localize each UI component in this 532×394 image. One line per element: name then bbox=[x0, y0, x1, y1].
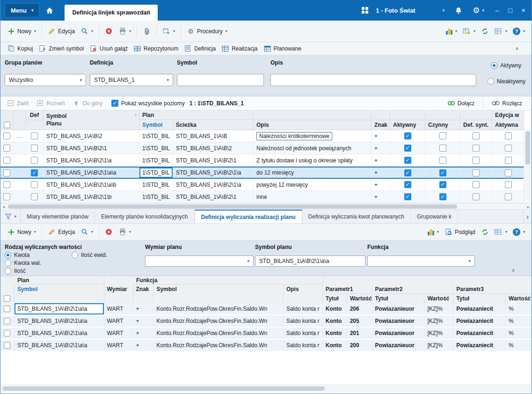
edycja-checkbox[interactable] bbox=[505, 181, 512, 188]
table-view-button-bottom[interactable]: ▾ bbox=[492, 226, 510, 238]
header-parametr1[interactable]: Parametr1 bbox=[323, 285, 372, 294]
table-row[interactable]: STD_BILANS_1\A\B\2\1\a\a WART + Konto.Ro… bbox=[0, 328, 532, 340]
show-all-levels-checkbox[interactable] bbox=[111, 100, 118, 107]
czynny-checkbox[interactable] bbox=[439, 181, 446, 188]
header-znak[interactable]: Znak bbox=[372, 110, 390, 130]
chart-view-button-bottom[interactable]: ▾ bbox=[425, 227, 442, 237]
header-wymiar[interactable]: Wymiar bbox=[104, 285, 133, 294]
tab-miary-elementow-planow[interactable]: Miary elementów planów bbox=[21, 210, 95, 223]
def-checkbox[interactable] bbox=[31, 132, 38, 139]
ilosc-ewid-radio[interactable]: Ilość ewid. bbox=[72, 252, 107, 258]
expand-tree-button[interactable]: Rozwiń bbox=[34, 98, 67, 108]
header-p2-wartosc[interactable]: Wartość bbox=[424, 294, 453, 303]
header-def[interactable]: Def bbox=[26, 110, 44, 130]
table-row[interactable]: STD_BILANS_1\A\B\2\1\a\a WART + Konto.Ro… bbox=[0, 303, 532, 315]
row-select-checkbox[interactable] bbox=[4, 306, 10, 312]
horizontal-scrollbar-bottom[interactable] bbox=[0, 385, 532, 392]
plan-symbol-input[interactable]: STD_BILANS_1\A\B\2\1\a\a bbox=[255, 255, 365, 267]
header-parametr2[interactable]: Parametr2 bbox=[372, 285, 454, 294]
company-chevron-down-icon[interactable]: ▾ bbox=[443, 8, 445, 13]
edycja-checkbox[interactable] bbox=[505, 132, 512, 139]
edit-button[interactable]: Edycja bbox=[45, 25, 78, 37]
table-row[interactable]: STD_BILANS_1\A\B\2\1\a\a WART + Konto.Ro… bbox=[0, 315, 532, 328]
def-synt-checkbox[interactable] bbox=[473, 157, 480, 164]
def-checkbox[interactable] bbox=[31, 193, 38, 200]
czynny-checkbox[interactable] bbox=[439, 157, 446, 164]
copy-button[interactable]: Kopiuj bbox=[4, 43, 36, 54]
table-row[interactable]: STD_BILANS_1\A\B\2\1\a 1\STD_BIL STD_BIL… bbox=[0, 154, 525, 167]
horizontal-scrollbar-main[interactable]: ◂ ▸ bbox=[0, 203, 532, 210]
row-select-checkbox[interactable] bbox=[3, 193, 10, 200]
table-view-button[interactable]: ▾ bbox=[492, 25, 510, 37]
header-aktywny[interactable]: Aktywny bbox=[390, 110, 425, 130]
edycja-checkbox[interactable] bbox=[505, 169, 512, 176]
print-button-bottom[interactable]: ▾ bbox=[116, 226, 134, 238]
close-button[interactable]: × bbox=[517, 4, 530, 17]
header-p3-wartosc[interactable]: Wartość bbox=[506, 294, 532, 303]
change-symbol-button[interactable]: Zmień symbol bbox=[36, 43, 87, 54]
header-p3-tytul[interactable]: Tytuł bbox=[453, 294, 506, 303]
delete-button-bottom[interactable] bbox=[102, 226, 116, 238]
header-edycja[interactable]: Edycja w Aktywna bbox=[492, 110, 525, 130]
header-symbol[interactable]: Symbol bbox=[15, 285, 104, 294]
aktywny-checkbox[interactable] bbox=[404, 193, 411, 200]
chart-view-button[interactable]: ▾ bbox=[443, 26, 460, 36]
planned-button[interactable]: Planowane bbox=[261, 43, 304, 54]
delete-branch-button[interactable]: Usuń gałąź bbox=[87, 43, 131, 54]
company-selector[interactable]: 1 - Foto Świat bbox=[376, 7, 415, 14]
plan-dimension-select[interactable]: ▾ bbox=[145, 255, 254, 267]
procedures-button[interactable]: ⚙ Procedury ▾ bbox=[184, 25, 230, 37]
preview-button[interactable]: Podgląd bbox=[442, 226, 478, 238]
header-p1-wartosc[interactable]: Wartość bbox=[347, 294, 372, 303]
edycja-checkbox[interactable] bbox=[505, 145, 512, 152]
attachment-button[interactable] bbox=[140, 25, 153, 37]
definition-button[interactable]: Definicja bbox=[181, 43, 219, 54]
header-symbol-planu[interactable]: Symbol Planu ↑ bbox=[44, 110, 139, 130]
aktywny-checkbox[interactable] bbox=[404, 132, 411, 139]
search-button-bottom[interactable]: ▾ bbox=[78, 226, 96, 238]
apps-grid-icon[interactable] bbox=[362, 7, 368, 14]
attach-button[interactable]: Dołącz bbox=[445, 97, 478, 109]
cell-symbol-focused[interactable]: STD_BILANS_1\A\B\2\1\a\a bbox=[15, 303, 104, 314]
realization-button[interactable]: Realizacja bbox=[219, 43, 260, 54]
collapse-bottom-filter-button[interactable]: ∨ bbox=[503, 265, 524, 275]
table-row[interactable]: STD_BILANS_1\A\B\2\1\a\b 1\STD_BIL STD_B… bbox=[0, 179, 525, 191]
table-row[interactable]: … STD_BILANS_1\A\B\2 1\STD_BIL STD_BILAN… bbox=[0, 130, 525, 142]
row-select-checkbox[interactable] bbox=[4, 330, 10, 336]
table-row[interactable]: STD_BILANS_1\A\B\2\1 1\STD_BIL STD_BILAN… bbox=[0, 142, 525, 154]
move-up-button[interactable]: Do góry bbox=[70, 98, 105, 108]
row-select-checkbox[interactable] bbox=[3, 169, 10, 176]
scrollbar-thumb[interactable] bbox=[3, 387, 325, 391]
tab-grupowanie[interactable]: Grupowanie k bbox=[411, 210, 458, 223]
header-funkcja-symbol[interactable]: Symbol bbox=[153, 285, 283, 294]
definition-select[interactable]: STD_BILANS_1 ▾ bbox=[90, 74, 173, 86]
czynny-checkbox[interactable] bbox=[439, 193, 446, 200]
plan-group-select[interactable]: Wszystko ▾ bbox=[5, 74, 86, 86]
table-row[interactable]: STD_BILANS_1\A\B\2\1\a\a WART + Konto.Ro… bbox=[0, 340, 532, 352]
header-plan-symbol[interactable]: Symbol bbox=[139, 120, 173, 130]
export-button[interactable]: ▾ bbox=[160, 25, 178, 37]
grid-settings-button[interactable]: ▾ bbox=[460, 25, 478, 37]
def-checkbox[interactable] bbox=[31, 157, 38, 164]
select-all-checkbox[interactable] bbox=[4, 122, 10, 128]
home-button[interactable] bbox=[39, 3, 60, 17]
def-checkbox[interactable] bbox=[31, 181, 38, 188]
row-select-checkbox[interactable] bbox=[4, 318, 10, 324]
header-czynny[interactable]: Czynny bbox=[425, 110, 460, 130]
def-synt-checkbox[interactable] bbox=[473, 132, 480, 139]
document-tab[interactable]: Definicja linijek sprawozdań bbox=[65, 5, 158, 21]
header-p2-tytul[interactable]: Tytuł bbox=[372, 294, 425, 303]
edit-button-bottom[interactable]: Edycja bbox=[45, 226, 78, 238]
table-row[interactable]: STD_BILANS_1\A\B\2\1\b 1\STD_BIL STD_BIL… bbox=[0, 191, 525, 203]
search-button[interactable]: ▾ bbox=[78, 25, 96, 37]
def-synt-checkbox[interactable] bbox=[473, 169, 480, 176]
print-button[interactable]: ▾ bbox=[116, 25, 134, 37]
edycja-checkbox[interactable] bbox=[505, 157, 512, 164]
aktywny-checkbox[interactable] bbox=[404, 145, 411, 152]
refresh-button[interactable] bbox=[478, 25, 492, 37]
header-parametr3[interactable]: Parametr3 bbox=[453, 285, 532, 294]
function-select[interactable]: ▾ bbox=[367, 255, 475, 267]
help-button[interactable]: ? ▾ bbox=[510, 26, 528, 37]
row-select-checkbox[interactable] bbox=[3, 145, 10, 152]
scrollbar-thumb[interactable] bbox=[525, 131, 530, 165]
